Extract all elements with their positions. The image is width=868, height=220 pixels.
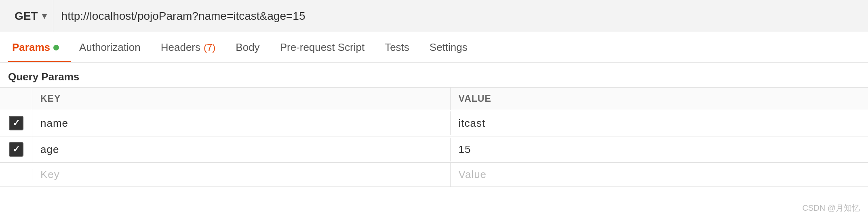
tab-settings-label: Settings	[430, 41, 468, 54]
tab-tests-label: Tests	[385, 41, 409, 54]
row2-checkbox-col[interactable]: ✓	[0, 136, 32, 162]
tab-headers-label: Headers	[161, 41, 200, 54]
tab-tests[interactable]: Tests	[381, 41, 421, 62]
row2-check-icon: ✓	[13, 144, 20, 155]
header-key-col: KEY	[32, 88, 451, 110]
chevron-down-icon: ▾	[42, 11, 46, 21]
row2-value[interactable]: 15	[451, 138, 868, 161]
tab-authorization[interactable]: Authorization	[75, 41, 153, 62]
row3-checkbox-col[interactable]	[0, 169, 32, 180]
row1-check-icon: ✓	[13, 118, 20, 128]
params-dot-indicator	[53, 45, 59, 50]
headers-badge: (7)	[204, 42, 215, 53]
tab-params-label: Params	[12, 41, 50, 54]
tab-pre-request-script[interactable]: Pre-request Script	[276, 41, 377, 62]
method-selector[interactable]: GET ▾	[8, 0, 53, 32]
table-row: ✓ name itcast	[0, 110, 868, 136]
row1-checkbox[interactable]: ✓	[9, 116, 23, 130]
url-input[interactable]	[61, 6, 860, 26]
tabs-bar: Params Authorization Headers (7) Body Pr…	[0, 32, 868, 63]
tab-pre-request-script-label: Pre-request Script	[280, 41, 365, 54]
header-value-col: VALUE	[451, 88, 868, 110]
table-row: Key Value	[0, 163, 868, 187]
tab-headers[interactable]: Headers (7)	[157, 41, 228, 62]
header-checkbox-col	[0, 88, 32, 110]
tab-body-label: Body	[236, 41, 259, 54]
row1-key[interactable]: name	[32, 111, 451, 135]
row3-value-placeholder[interactable]: Value	[451, 163, 868, 186]
watermark: CSDN @月知忆	[802, 203, 860, 214]
tab-params[interactable]: Params	[8, 41, 71, 62]
table-row: ✓ age 15	[0, 136, 868, 163]
row1-value[interactable]: itcast	[451, 111, 868, 135]
tab-settings[interactable]: Settings	[426, 41, 480, 62]
top-bar: GET ▾	[0, 0, 868, 32]
table-header: KEY VALUE	[0, 87, 868, 110]
row1-checkbox-col[interactable]: ✓	[0, 110, 32, 136]
row2-key[interactable]: age	[32, 138, 451, 161]
tab-body[interactable]: Body	[232, 41, 272, 62]
row2-checkbox[interactable]: ✓	[9, 142, 23, 157]
row3-key-placeholder[interactable]: Key	[32, 163, 451, 186]
query-params-table: KEY VALUE ✓ name itcast ✓ age 15 Key Val…	[0, 87, 868, 187]
tab-authorization-label: Authorization	[79, 41, 141, 54]
query-params-section-label: Query Params	[0, 63, 868, 87]
method-label: GET	[15, 10, 38, 23]
